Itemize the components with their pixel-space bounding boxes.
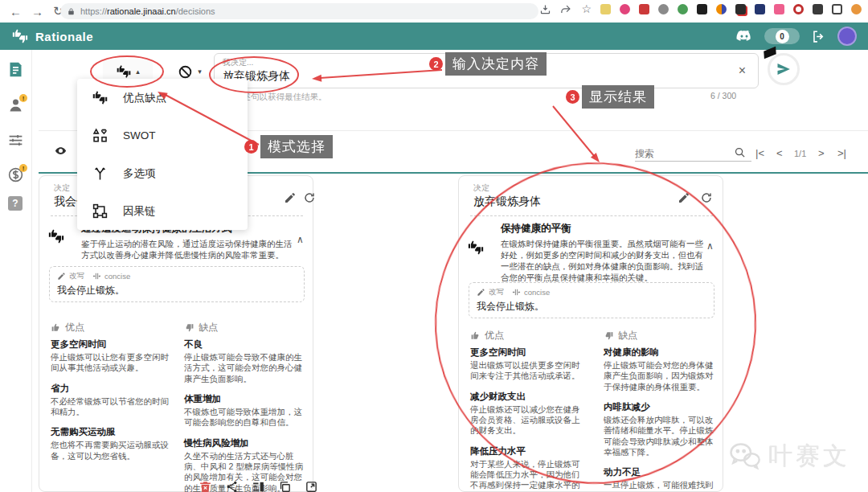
summary-body: 在锻炼时保持健康的平衡很重要。虽然戒烟可能有一些好处，例如更多的空闲时间和减少的… <box>501 239 703 283</box>
extension-icon[interactable] <box>813 4 823 14</box>
list-item: 更多空闲时间退出锻炼可以提供更多空闲时间来专注于其他活动或承诺。 <box>470 346 587 382</box>
wechat-icon <box>728 439 762 473</box>
list-item: 无需购买运动服您也将不再需要购买运动服或设备，这可以为您省钱。 <box>51 426 173 461</box>
pros-header: 优点 <box>470 329 504 342</box>
logout-icon[interactable] <box>811 29 826 44</box>
extension-icon[interactable] <box>678 4 688 14</box>
rewrite-icon[interactable] <box>57 272 66 281</box>
list-item: 对健康的影响停止锻炼可能会对您的身体健康产生负面影响，因为锻炼对于保持健康的身体… <box>604 346 716 392</box>
sidebar: ! ! ? <box>0 50 32 492</box>
pros-cons-icon <box>92 89 108 106</box>
statement-box[interactable]: 改写 concise 我会停止锻炼。 <box>49 266 305 302</box>
thumb-down-icon <box>604 330 614 341</box>
page-indicator: 1/1 <box>794 149 806 158</box>
block-icon <box>178 64 193 80</box>
menu-item-multi-option[interactable]: 多选项 <box>77 154 248 192</box>
menu-item-causal-chain[interactable]: 因果链 <box>77 192 248 230</box>
list-item: 不良停止锻炼可能会导致不健康的生活方式，这可能会对您的身心健康产生负面影响。 <box>184 338 306 384</box>
rewrite-icon[interactable] <box>477 288 485 297</box>
submit-button[interactable] <box>768 53 800 85</box>
alert-badge: ! <box>19 164 27 172</box>
address-bar[interactable]: https://rationale.jinaai.cn/decisions <box>60 3 538 19</box>
multi-option-icon <box>92 165 108 182</box>
edit-icon[interactable] <box>284 191 297 204</box>
extension-icon[interactable] <box>716 4 727 14</box>
search-icon[interactable] <box>734 146 746 158</box>
mode-dropdown-menu: 优点缺点 SWOT 多选项 因果链 <box>77 79 248 230</box>
rationale-logo-icon <box>11 27 29 45</box>
sidebar-item-account[interactable]: ! <box>7 96 24 113</box>
swot-icon <box>92 127 108 144</box>
list-item: 降低压力水平对于某些人来说，停止锻炼可能会降低压力水平，因为他们不再感到保持一定… <box>470 445 587 492</box>
collapse-icon[interactable]: ∧ <box>297 234 304 245</box>
cons-header: 缺点 <box>184 321 218 334</box>
last-page-icon[interactable]: >| <box>837 147 846 159</box>
concise-label[interactable]: concise <box>524 288 550 297</box>
extension-icon[interactable] <box>639 4 649 14</box>
step-number: 1 <box>244 140 258 154</box>
summary-section: 保持健康的平衡 在锻炼时保持健康的平衡很重要。虽然戒烟可能有一些好处，例如更多的… <box>501 222 703 283</box>
extension-icon[interactable] <box>620 4 630 14</box>
user-avatar[interactable] <box>837 27 857 46</box>
cons-list: 对健康的影响停止锻炼可能会对您的身体健康产生负面影响，因为锻炼对于保持健康的身体… <box>604 346 716 492</box>
edit-icon[interactable] <box>678 191 690 204</box>
extension-icon[interactable] <box>600 4 611 14</box>
view-toggle-icon[interactable] <box>55 145 67 157</box>
first-page-icon[interactable]: |< <box>755 147 764 159</box>
extension-icon[interactable] <box>774 4 784 14</box>
browser-profile-avatar[interactable] <box>851 4 862 14</box>
cons-header: 缺点 <box>604 329 637 342</box>
clear-input-icon[interactable]: × <box>739 64 746 77</box>
back-icon[interactable]: ← <box>10 5 22 18</box>
list-item: 更多空闲时间停止锻炼可以让您有更多空闲时间从事其他活动或兴趣。 <box>51 338 173 374</box>
sidebar-item-help[interactable]: ? <box>8 196 23 211</box>
statement-box[interactable]: 改写 concise 我会停止锻炼。 <box>469 282 714 318</box>
menu-item-swot[interactable]: SWOT <box>77 117 248 154</box>
screen: ← → ↻ https://rationale.jinaai.cn/decisi… <box>0 0 868 492</box>
forward-icon[interactable]: → <box>31 5 43 18</box>
copy-icon[interactable] <box>278 480 292 492</box>
download-icon[interactable] <box>539 3 551 15</box>
extension-icon[interactable] <box>735 4 746 14</box>
rewrite-label[interactable]: 改写 <box>489 287 504 297</box>
statement-text: 我会停止锻炼。 <box>477 300 706 314</box>
credit-count: 0 <box>776 30 789 43</box>
discord-icon[interactable] <box>735 27 753 45</box>
padlock-icon <box>67 7 76 16</box>
annotation-step-3: 3 显示结果 <box>566 85 654 109</box>
prev-page-icon[interactable]: < <box>776 147 783 159</box>
sidebar-item-settings[interactable] <box>7 132 24 149</box>
share-icon[interactable] <box>225 480 239 492</box>
regenerate-icon[interactable] <box>303 191 316 204</box>
step-label: 显示结果 <box>582 85 654 109</box>
share-page-icon[interactable] <box>560 3 572 15</box>
delete-icon[interactable] <box>199 480 212 492</box>
thumb-up-icon <box>51 322 61 333</box>
summary-title: 保持健康的平衡 <box>501 222 703 236</box>
thumb-up-icon <box>470 330 481 341</box>
next-page-icon[interactable]: > <box>818 147 825 159</box>
sidebar-item-billing[interactable]: ! <box>7 166 24 183</box>
extension-icon[interactable] <box>755 4 765 14</box>
concise-label[interactable]: concise <box>104 272 130 281</box>
arrow-line-3 <box>553 106 595 157</box>
poll-icon[interactable] <box>252 480 265 492</box>
concise-icon[interactable] <box>512 288 521 297</box>
rewrite-label[interactable]: 改写 <box>69 271 84 281</box>
cons-list: 不良停止锻炼可能会导致不健康的生活方式，这可能会对您的身心健康产生负面影响。 体… <box>184 338 306 492</box>
regenerate-icon[interactable] <box>700 191 713 204</box>
bookmark-star-icon[interactable]: ☆ <box>581 2 592 15</box>
concise-icon[interactable] <box>92 272 101 281</box>
menu-item-pros-cons[interactable]: 优点缺点 <box>77 79 248 117</box>
open-in-new-icon[interactable] <box>305 480 318 492</box>
extension-icon[interactable] <box>658 4 669 14</box>
list-item: 减少财政支出停止锻炼还可以减少您在健身房会员资格、运动服或设备上的财务支出。 <box>470 391 587 437</box>
collapse-icon[interactable]: ∧ <box>706 240 714 252</box>
credit-pill[interactable]: 0 <box>764 28 800 44</box>
alert-badge: ! <box>19 94 27 102</box>
sidebar-item-decisions[interactable] <box>7 61 24 78</box>
extension-icon[interactable] <box>793 4 804 14</box>
extension-icon[interactable] <box>697 4 707 14</box>
step-number: 3 <box>566 90 579 104</box>
extension-icon[interactable] <box>832 4 842 14</box>
